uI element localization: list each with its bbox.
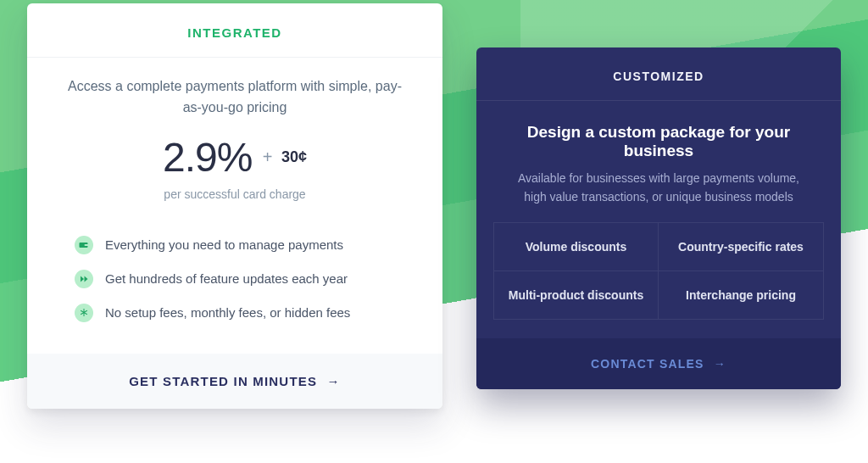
benefit-cell: Multi-product discounts (494, 271, 659, 319)
feature-item: No setup fees, monthly fees, or hidden f… (75, 296, 409, 330)
price-plus: + (263, 148, 273, 166)
price-percent: 2.9% (163, 135, 252, 180)
customized-description: Available for businesses with large paym… (476, 169, 841, 222)
customized-header: CUSTOMIZED (476, 47, 841, 101)
feature-item: Get hundreds of feature updates each yea… (75, 262, 409, 296)
customized-pricing-card: CUSTOMIZED Design a custom package for y… (476, 47, 841, 389)
wallet-icon (75, 236, 93, 254)
fast-forward-icon (75, 270, 93, 288)
feature-list: Everything you need to manage payments G… (27, 216, 442, 354)
asterisk-icon (75, 304, 93, 322)
integrated-description: Access a complete payments platform with… (27, 58, 442, 126)
feature-text: Get hundreds of feature updates each yea… (105, 271, 348, 286)
benefits-grid: Volume discounts Country-specific rates … (493, 222, 824, 320)
feature-text: Everything you need to manage payments (105, 237, 343, 252)
feature-text: No setup fees, monthly fees, or hidden f… (105, 305, 350, 320)
get-started-button[interactable]: GET STARTED IN MINUTES → (27, 354, 442, 409)
price-subtext: per successful card charge (27, 182, 442, 216)
pricing-cards-row: INTEGRATED Access a complete payments pl… (0, 0, 868, 409)
customized-title: Design a custom package for your busines… (476, 101, 841, 169)
cta-label: GET STARTED IN MINUTES (129, 374, 317, 388)
arrow-right-icon: → (327, 374, 341, 388)
feature-item: Everything you need to manage payments (75, 228, 409, 262)
integrated-price: 2.9% + 30¢ (27, 126, 442, 182)
integrated-pricing-card: INTEGRATED Access a complete payments pl… (27, 3, 442, 409)
price-flat: 30¢ (281, 148, 307, 165)
benefit-cell: Volume discounts (494, 223, 659, 271)
arrow-right-icon: → (714, 357, 726, 371)
cta-label: CONTACT SALES (591, 357, 704, 371)
integrated-header: INTEGRATED (27, 3, 442, 58)
contact-sales-button[interactable]: CONTACT SALES → (476, 338, 841, 389)
benefit-cell: Interchange pricing (659, 271, 823, 319)
benefit-cell: Country-specific rates (659, 223, 823, 271)
